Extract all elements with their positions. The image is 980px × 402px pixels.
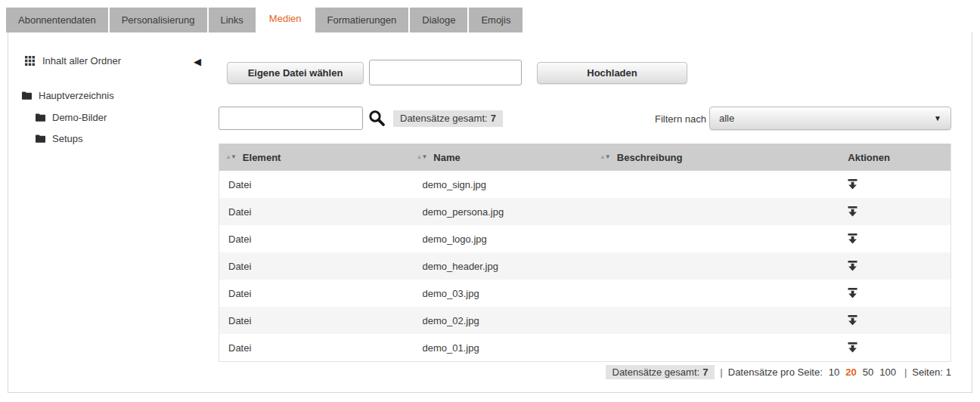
download-icon[interactable] [848, 288, 951, 298]
column-header-beschreibung: ▲▼ Beschreibung [600, 152, 823, 163]
filter-label: Filtern nach [655, 113, 706, 125]
filter-selected-value: alle [719, 113, 734, 124]
grid-icon [25, 56, 35, 66]
file-name-field[interactable] [369, 60, 522, 85]
pages-value: 1 [946, 366, 951, 378]
chevron-down-icon: ▼ [934, 107, 941, 129]
cell-element: Datei [219, 288, 416, 299]
table-header: ▲▼ Element ▲▼ Name ▲▼ Beschreibung Aktio… [219, 144, 951, 171]
column-label: Name [433, 152, 460, 163]
download-icon[interactable] [848, 179, 951, 190]
cell-name: demo_persona.jpg [416, 206, 599, 218]
download-icon[interactable] [848, 233, 951, 244]
sort-icons[interactable]: ▲▼ [416, 154, 426, 160]
table-row: Datei demo_persona.jpg [219, 198, 951, 225]
cell-name: demo_01.jpg [416, 342, 599, 354]
sort-icons[interactable]: ▲▼ [600, 154, 610, 160]
sidebar-item-hauptverzeichnis[interactable]: Hauptverzeichnis [22, 90, 114, 101]
records-total-value: 7 [491, 113, 496, 124]
separator: | [720, 366, 722, 378]
search-input[interactable] [219, 107, 363, 130]
column-header-element: ▲▼ Element [219, 152, 416, 163]
column-label: Aktionen [848, 152, 890, 163]
search-icon[interactable] [368, 110, 386, 127]
per-page-option-10[interactable]: 10 [829, 366, 839, 378]
sort-desc-icon[interactable]: ▼ [231, 153, 236, 160]
download-icon[interactable] [848, 206, 951, 217]
tab-personalisierung[interactable]: Personalisierung [110, 8, 207, 32]
cell-name: demo_02.jpg [416, 315, 599, 326]
table-row: Datei demo_02.jpg [219, 307, 951, 334]
sidebar-collapse-icon[interactable]: ◀ [194, 56, 201, 67]
separator: | [904, 366, 907, 378]
sort-desc-icon[interactable]: ▼ [421, 153, 426, 160]
pages-label: Seiten: [912, 366, 942, 378]
per-page-option-20[interactable]: 20 [845, 366, 856, 378]
tab-emojis[interactable]: Emojis [469, 8, 523, 32]
cell-name: demo_sign.jpg [416, 179, 599, 190]
sidebar-item-setups[interactable]: Setups [36, 133, 82, 144]
column-header-name: ▲▼ Name [416, 152, 599, 163]
table-row: Datei demo_header.jpg [219, 252, 951, 280]
sidebar-root-label: Inhalt aller Ordner [42, 55, 121, 66]
folder-label: Hauptverzeichnis [39, 90, 114, 101]
download-icon[interactable] [848, 261, 951, 271]
table-body: Datei demo_sign.jpg Datei demo_persona.j… [219, 171, 951, 361]
records-total-badge: Datensätze gesamt:7 [393, 110, 503, 127]
sort-asc-icon[interactable]: ▲ [600, 153, 605, 160]
table-row: Datei demo_sign.jpg [219, 171, 951, 198]
choose-file-button[interactable]: Eigene Datei wählen [227, 62, 364, 84]
sort-icons[interactable]: ▲▼ [225, 154, 236, 160]
folder-label: Demo-Bilder [52, 112, 107, 123]
upload-button[interactable]: Hochladen [537, 62, 687, 84]
tab-medien[interactable]: Medien [257, 2, 314, 36]
tab-formatierungen[interactable]: Formatierungen [315, 8, 409, 32]
cell-element: Datei [219, 206, 416, 218]
cell-name: demo_header.jpg [416, 261, 599, 272]
column-label: Beschreibung [617, 152, 683, 163]
folder-icon [22, 91, 32, 100]
cell-element: Datei [219, 179, 416, 190]
cell-element: Datei [219, 261, 416, 272]
pagination-records-value: 7 [702, 366, 708, 378]
table-row: Datei demo_logo.jpg [219, 225, 951, 252]
folder-icon [36, 135, 45, 143]
folder-icon [36, 113, 45, 122]
table-row: Datei demo_03.jpg [219, 280, 951, 307]
cell-element: Datei [219, 233, 416, 245]
media-manager-screen: Abonnentendaten Personalisierung Links M… [0, 0, 980, 402]
column-header-aktionen: Aktionen [823, 152, 951, 163]
per-page-option-100[interactable]: 100 [879, 366, 896, 378]
sidebar-item-demo-bilder[interactable]: Demo-Bilder [36, 112, 107, 123]
tab-bar: Abonnentendaten Personalisierung Links M… [6, 2, 524, 36]
media-table: ▲▼ Element ▲▼ Name ▲▼ Beschreibung Aktio… [219, 144, 951, 362]
sidebar-root-all-folders[interactable]: Inhalt aller Ordner [25, 55, 121, 66]
per-page-option-50[interactable]: 50 [863, 366, 873, 378]
tab-links[interactable]: Links [209, 8, 256, 32]
records-total-label: Datensätze gesamt: [400, 113, 488, 124]
cell-element: Datei [219, 315, 416, 326]
folder-label: Setups [52, 133, 82, 144]
cell-name: demo_logo.jpg [416, 233, 599, 245]
download-icon[interactable] [848, 342, 951, 353]
pagination-records-badge: Datensätze gesamt:7 [606, 365, 715, 379]
table-row: Datei demo_01.jpg [219, 334, 951, 361]
filter-dropdown[interactable]: alle ▼ [709, 107, 951, 130]
sort-desc-icon[interactable]: ▼ [605, 153, 610, 160]
cell-name: demo_03.jpg [416, 288, 599, 299]
download-icon[interactable] [848, 315, 951, 326]
column-label: Element [243, 152, 281, 163]
tab-abonnentendaten[interactable]: Abonnentendaten [6, 8, 108, 32]
per-page-label: Datensätze pro Seite: [728, 366, 823, 378]
cell-element: Datei [219, 342, 416, 354]
pagination-bar: Datensätze gesamt:7 | Datensätze pro Sei… [606, 365, 952, 379]
sort-asc-icon[interactable]: ▲ [225, 153, 231, 160]
pagination-records-label: Datensätze gesamt: [612, 366, 700, 378]
tab-dialoge[interactable]: Dialoge [410, 8, 467, 32]
